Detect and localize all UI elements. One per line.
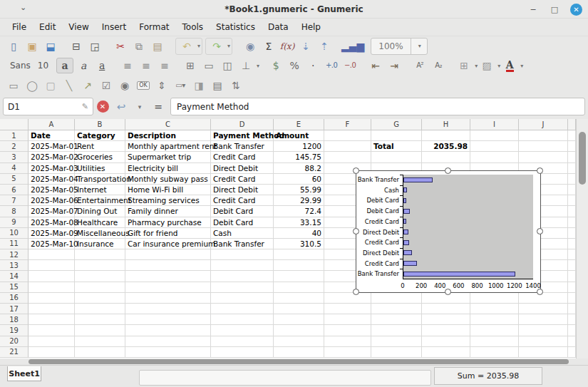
cell-B18[interactable] — [75, 314, 125, 325]
cell-H21[interactable] — [422, 347, 470, 358]
cell-A16[interactable] — [29, 293, 75, 304]
cell-J18[interactable] — [519, 314, 568, 325]
undo-button[interactable]: ↶ — [178, 38, 195, 54]
chart-selection-handle[interactable] — [445, 289, 451, 295]
cell-E4[interactable]: 88.2 — [274, 163, 324, 174]
save-file-button[interactable]: ⬓ — [42, 38, 59, 54]
row-header-10[interactable]: 10 — [0, 228, 29, 239]
cell-D11[interactable]: Bank Transfer — [211, 239, 274, 249]
undo-dropdown-icon[interactable]: ▾ — [197, 43, 200, 49]
embedded-chart[interactable]: Bank TransferCashDebit CardDebit CardCre… — [356, 171, 540, 292]
cell-J20[interactable] — [519, 336, 568, 347]
cell-C10[interactable]: Gift for friend — [125, 228, 211, 239]
menu-insert[interactable]: Insert — [96, 20, 133, 34]
accept-edit-button[interactable]: ↩ — [112, 98, 130, 115]
redo-button[interactable]: ↷ — [208, 38, 225, 54]
cell-A9[interactable]: 2025-Mar-08 — [29, 217, 75, 228]
vertical-align-button[interactable]: ⊥ — [237, 58, 254, 73]
cell-A1[interactable]: Date — [29, 130, 75, 141]
close-button[interactable]: ✕ — [570, 4, 582, 16]
cell-H19[interactable] — [422, 325, 470, 336]
cell-G19[interactable] — [371, 325, 422, 336]
insert-combobox-button[interactable]: ▭▾ — [172, 78, 189, 93]
cell-A13[interactable] — [29, 260, 75, 271]
font-color-dropdown-icon[interactable]: ▾ — [520, 63, 523, 69]
cell-partial-5[interactable] — [568, 174, 576, 185]
draw-line-button[interactable]: ╲ — [61, 78, 78, 93]
cell-B5[interactable]: Transportation — [75, 174, 125, 185]
zoom-dropdown-icon[interactable]: ▾ — [411, 38, 427, 54]
row-header-15[interactable]: 15 — [0, 282, 29, 293]
format-money-button[interactable]: $ — [267, 58, 284, 73]
menu-file[interactable]: File — [6, 20, 33, 34]
print-preview-button[interactable]: ◲ — [86, 38, 103, 54]
menu-format[interactable]: Format — [133, 20, 175, 34]
cell-H20[interactable] — [422, 336, 470, 347]
cell-D2[interactable]: Bank Transfer — [211, 141, 274, 152]
open-file-button[interactable]: ▣ — [24, 38, 41, 54]
col-header-G[interactable]: G — [371, 119, 422, 130]
cell-E1[interactable]: Amount — [274, 130, 324, 141]
print-button[interactable]: ⊟ — [68, 38, 85, 54]
cell-B12[interactable] — [75, 249, 125, 260]
cell-C5[interactable]: Monthly subway pass — [125, 174, 211, 185]
insert-slider-button[interactable]: ◨ — [190, 78, 207, 93]
cell-E13[interactable] — [274, 260, 324, 271]
cell-C16[interactable] — [125, 293, 211, 304]
cell-A5[interactable]: 2025-Mar-04 — [29, 174, 75, 185]
cell-C20[interactable] — [125, 336, 211, 347]
row-header-20[interactable]: 20 — [0, 336, 29, 347]
cell-G1[interactable] — [371, 130, 422, 141]
row-header-17[interactable]: 17 — [0, 304, 29, 314]
center-across-selection-button[interactable]: ⊞ — [182, 58, 199, 73]
cell-H17[interactable] — [422, 304, 470, 314]
cell-C12[interactable] — [125, 249, 211, 260]
cell-E20[interactable] — [274, 336, 324, 347]
row-header-8[interactable]: 8 — [0, 206, 29, 217]
cell-A21[interactable] — [29, 347, 75, 358]
format-percent-button[interactable]: % — [286, 58, 303, 73]
split-merged-cells-button[interactable]: ◫ — [219, 58, 236, 73]
new-file-button[interactable]: ▯ — [5, 38, 22, 54]
cell-C4[interactable]: Electricity bill — [125, 163, 211, 174]
cell-name-box[interactable]: D1 ✎ — [3, 98, 93, 115]
cell-B16[interactable] — [75, 293, 125, 304]
cell-A11[interactable]: 2025-Mar-10 — [29, 239, 75, 249]
cell-partial-3[interactable] — [568, 152, 576, 162]
cell-partial-18[interactable] — [568, 314, 576, 325]
font-size-select[interactable]: 10 — [36, 61, 56, 71]
cell-C11[interactable]: Car insurance premium — [125, 239, 211, 249]
row-header-3[interactable]: 3 — [0, 152, 29, 162]
cell-E5[interactable]: 60 — [274, 174, 324, 185]
insert-list-button[interactable]: ▤ — [209, 78, 226, 93]
insert-hyperlink-button[interactable]: ◉ — [242, 38, 259, 54]
tab-sheet1[interactable]: Sheet1 — [7, 366, 41, 381]
insert-button-button[interactable]: OK — [135, 78, 152, 93]
cell-F17[interactable] — [324, 304, 371, 314]
superscript-button[interactable]: A² — [411, 58, 428, 73]
menu-statistics[interactable]: Statistics — [210, 20, 262, 34]
cell-C8[interactable]: Family dinner — [125, 206, 211, 217]
cell-D20[interactable] — [211, 336, 274, 347]
cell-E12[interactable] — [274, 249, 324, 260]
align-center-button[interactable]: ≡ — [138, 58, 155, 73]
cell-C21[interactable] — [125, 347, 211, 358]
cell-E8[interactable]: 72.4 — [274, 206, 324, 217]
row-header-14[interactable]: 14 — [0, 271, 29, 282]
cell-G20[interactable] — [371, 336, 422, 347]
cell-H1[interactable] — [422, 130, 470, 141]
cell-partial-11[interactable] — [568, 239, 576, 249]
cell-J3[interactable] — [519, 152, 568, 162]
cell-partial-16[interactable] — [568, 293, 576, 304]
accept-menu-button[interactable]: ▾ — [130, 98, 149, 115]
cell-partial-7[interactable] — [568, 195, 576, 206]
cell-E19[interactable] — [274, 325, 324, 336]
cell-F19[interactable] — [324, 325, 371, 336]
chart-selection-handle[interactable] — [537, 228, 543, 234]
cell-partial-2[interactable] — [568, 141, 576, 152]
function-wizard-button[interactable]: f(x) — [279, 38, 296, 54]
vertical-scrollbar[interactable] — [576, 119, 588, 358]
draw-frame-button[interactable]: ▢ — [42, 78, 59, 93]
col-header-J[interactable]: J — [519, 119, 568, 130]
cell-B2[interactable]: Rent — [75, 141, 125, 152]
